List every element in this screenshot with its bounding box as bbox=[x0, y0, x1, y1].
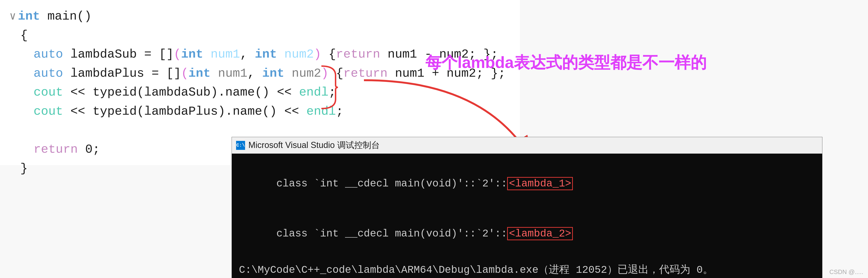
console-icon-text: C:\ bbox=[236, 143, 245, 148]
console-icon: C:\ bbox=[236, 141, 245, 150]
console-title: Microsoft Visual Studio 调试控制台 bbox=[248, 139, 380, 151]
typeid-1: typeid bbox=[93, 83, 137, 102]
comma-2: , bbox=[247, 64, 262, 83]
body-open: { bbox=[321, 45, 336, 64]
console-body: class `int __cdecl main(void)'::`2'::<la… bbox=[232, 153, 822, 278]
comma-1: , bbox=[240, 45, 255, 64]
annotation-text: 每个lambda表达式的类型都是不一样的 bbox=[425, 52, 707, 73]
capture-bracket: [] bbox=[159, 45, 174, 64]
console-line2-highlight: <lambda_2> bbox=[507, 227, 573, 240]
console-exit-line1: C:\MyCode\C++_code\lambda\ARM64\Debug\la… bbox=[239, 262, 815, 278]
code-line-2: { bbox=[9, 26, 510, 45]
return-val: 0; bbox=[78, 140, 100, 159]
var-lambdaPlus: lambdaPlus = bbox=[63, 64, 166, 83]
param-num2: num2 bbox=[277, 45, 314, 64]
console-line1-highlight: <lambda_1> bbox=[507, 177, 573, 190]
console-line-1: class `int __cdecl main(void)'::`2'::<la… bbox=[239, 159, 815, 209]
param-bracket-close: ) bbox=[314, 45, 321, 64]
fold-arrow[interactable]: ∨ bbox=[9, 8, 16, 25]
op-shift-2: << bbox=[63, 102, 93, 121]
kw-return-3: return bbox=[34, 140, 78, 159]
var-lambdaSub: lambdaSub = bbox=[63, 45, 159, 64]
typeid-arg-2: (lambdaPlus).name() << bbox=[137, 102, 307, 121]
console-line1-prefix: class `int __cdecl main(void)'::`2':: bbox=[276, 178, 507, 189]
cout-1: cout bbox=[34, 83, 63, 102]
param-num1: num1 bbox=[203, 45, 240, 64]
console-titlebar: C:\ Microsoft Visual Studio 调试控制台 bbox=[232, 137, 822, 153]
keyword-int: int bbox=[18, 7, 40, 26]
param-num1-gray: num1 bbox=[211, 64, 247, 83]
kw-int-2: int bbox=[181, 45, 203, 64]
watermark: CSDN @..... bbox=[830, 268, 863, 276]
param-bracket-open: ( bbox=[174, 45, 181, 64]
kw-auto-1: auto bbox=[34, 45, 63, 64]
main-func: main() bbox=[40, 7, 91, 26]
console-line2-prefix: class `int __cdecl main(void)'::`2':: bbox=[276, 228, 507, 240]
kw-auto-2: auto bbox=[34, 64, 63, 83]
param-bracket2-open: ( bbox=[181, 64, 188, 83]
kw-int-5: int bbox=[262, 64, 284, 83]
typeid-arg-1: (lambdaSub).name() << bbox=[137, 83, 299, 102]
code-line-1: ∨ int main() bbox=[9, 7, 510, 26]
console-line-2: class `int __cdecl main(void)'::`2'::<la… bbox=[239, 209, 815, 258]
brace-open: { bbox=[20, 26, 28, 45]
capture-bracket-2: [] bbox=[166, 64, 181, 83]
kw-int-4: int bbox=[188, 64, 211, 83]
console-window: C:\ Microsoft Visual Studio 调试控制台 class … bbox=[231, 137, 823, 278]
kw-int-3: int bbox=[255, 45, 277, 64]
cout-2: cout bbox=[34, 102, 63, 121]
op-shift-1: << bbox=[63, 83, 93, 102]
kw-return-1: return bbox=[336, 45, 380, 64]
brace-close: } bbox=[20, 159, 28, 178]
typeid-2: typeid bbox=[93, 102, 137, 121]
